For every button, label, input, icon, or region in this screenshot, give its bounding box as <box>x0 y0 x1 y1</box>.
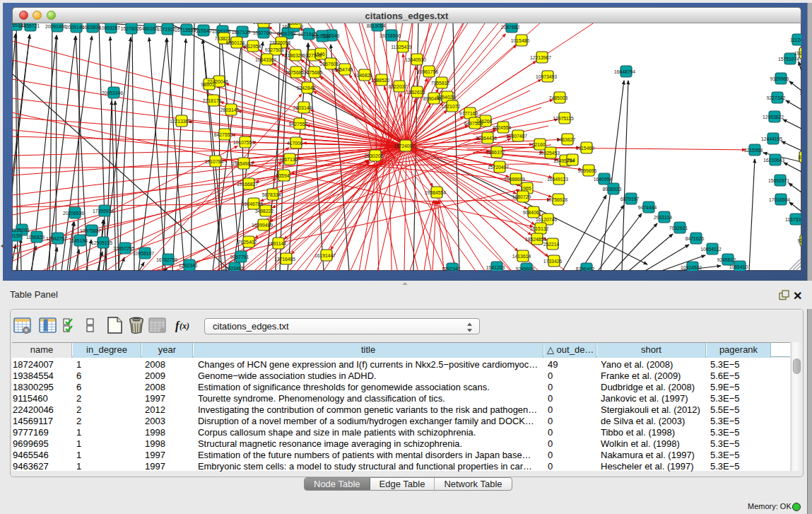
svg-text:18524851: 18524851 <box>525 237 546 242</box>
svg-text:12942757: 12942757 <box>46 236 67 241</box>
svg-text:7625402: 7625402 <box>238 240 257 245</box>
svg-text:6466160: 6466160 <box>139 26 158 31</box>
svg-text:1071911: 1071911 <box>157 27 175 32</box>
svg-text:10756928: 10756928 <box>546 197 567 202</box>
svg-text:1621072: 1621072 <box>442 104 461 109</box>
svg-text:3498222: 3498222 <box>255 209 274 214</box>
svg-text:1362615: 1362615 <box>406 90 425 95</box>
svg-text:16191447: 16191447 <box>314 253 336 258</box>
svg-text:11124: 11124 <box>790 37 801 42</box>
svg-text:17359934: 17359934 <box>93 209 114 214</box>
svg-text:6879197: 6879197 <box>620 197 640 201</box>
svg-text:10654112: 10654112 <box>700 247 722 252</box>
svg-text:12093822: 12093822 <box>763 115 784 119</box>
svg-text:10107553: 10107553 <box>233 140 254 145</box>
svg-text:8813054: 8813054 <box>367 23 386 28</box>
svg-text:12213369: 12213369 <box>170 119 191 124</box>
svg-text:11325419: 11325419 <box>391 45 412 49</box>
svg-text:6794028: 6794028 <box>437 95 456 100</box>
svg-text:9115460: 9115460 <box>576 146 594 151</box>
svg-text:9245612: 9245612 <box>717 257 736 262</box>
svg-text:16120746: 16120746 <box>536 217 557 222</box>
svg-text:10973493: 10973493 <box>536 74 557 79</box>
svg-text:20091406: 20091406 <box>45 24 66 29</box>
svg-text:16961758: 16961758 <box>417 69 438 74</box>
svg-text:1292347: 1292347 <box>442 267 461 271</box>
svg-text:16782759: 16782759 <box>156 257 177 262</box>
svg-text:10543362: 10543362 <box>255 57 276 62</box>
svg-text:10958107: 10958107 <box>133 251 154 256</box>
svg-text:1135061: 1135061 <box>12 228 30 233</box>
svg-text:1156829: 1156829 <box>26 235 45 240</box>
svg-text:9242848: 9242848 <box>297 86 316 90</box>
svg-text:12923465: 12923465 <box>223 266 244 271</box>
svg-text:14055721: 14055721 <box>18 23 40 28</box>
svg-text:16648794: 16648794 <box>614 69 635 74</box>
svg-text:10975887: 10975887 <box>80 228 101 233</box>
svg-text:17957255: 17957255 <box>113 246 134 251</box>
svg-text:3215958: 3215958 <box>744 148 763 153</box>
svg-text:16210643: 16210643 <box>763 158 784 163</box>
svg-text:17016504: 17016504 <box>769 197 790 202</box>
svg-text:8796402: 8796402 <box>576 267 595 271</box>
svg-text:19166827: 19166827 <box>237 182 258 187</box>
svg-text:9245608: 9245608 <box>516 267 535 271</box>
svg-text:1640954: 1640954 <box>594 177 613 182</box>
svg-text:10807487: 10807487 <box>506 134 527 139</box>
svg-text:7632621: 7632621 <box>669 226 688 230</box>
svg-text:15692971: 15692971 <box>768 178 789 183</box>
svg-text:8471626: 8471626 <box>686 236 705 241</box>
svg-text:10688609: 10688609 <box>504 177 525 182</box>
svg-text:8427553: 8427553 <box>214 132 233 137</box>
svg-text:12975115: 12975115 <box>553 116 574 121</box>
svg-text:9699695: 9699695 <box>578 168 597 173</box>
svg-text:23226058: 23226058 <box>269 40 290 45</box>
svg-text:9227342: 9227342 <box>767 95 786 100</box>
svg-text:1615132: 1615132 <box>530 226 549 231</box>
svg-text:1292346: 1292346 <box>179 263 198 268</box>
svg-text:8454749: 8454749 <box>334 67 353 72</box>
svg-text:8322: 8322 <box>798 155 801 160</box>
svg-text:19218506: 19218506 <box>379 33 401 38</box>
svg-text:9474444: 9474444 <box>638 205 657 210</box>
svg-text:92450: 92450 <box>798 238 801 243</box>
svg-text:3675685: 3675685 <box>304 70 323 75</box>
svg-text:20206536: 20206536 <box>63 211 84 216</box>
svg-text:9146821: 9146821 <box>354 73 373 78</box>
svg-text:8938923: 8938923 <box>603 187 622 192</box>
svg-text:13325: 13325 <box>800 90 801 95</box>
svg-text:1546: 1546 <box>314 52 324 57</box>
svg-text:2933114: 2933114 <box>654 215 672 220</box>
svg-text:1167531: 1167531 <box>785 217 801 222</box>
svg-text:10924502: 10924502 <box>681 265 702 270</box>
svg-text:1145194: 1145194 <box>69 238 88 243</box>
svg-text:7955812: 7955812 <box>431 81 450 86</box>
svg-text:1541203: 1541203 <box>486 265 505 270</box>
svg-text:1663804: 1663804 <box>82 25 101 30</box>
svg-text:1413614: 1413614 <box>512 254 531 259</box>
svg-text:98901: 98901 <box>201 82 215 87</box>
svg-text:15751074: 15751074 <box>778 57 799 62</box>
svg-text:16549123: 16549123 <box>547 177 568 182</box>
svg-text:1691144: 1691144 <box>268 241 286 246</box>
svg-text:1880729: 1880729 <box>512 194 531 199</box>
svg-text:62160: 62160 <box>532 142 546 147</box>
svg-text:8427552: 8427552 <box>289 122 308 127</box>
svg-text:9777169: 9777169 <box>459 111 478 116</box>
svg-text:1015328: 1015328 <box>253 23 272 25</box>
svg-text:9327503: 9327503 <box>265 47 284 52</box>
svg-text:53594: 53594 <box>276 173 290 178</box>
svg-text:12505135: 12505135 <box>91 240 112 245</box>
svg-text:417006: 417006 <box>287 141 303 146</box>
svg-text:1052760: 1052760 <box>253 30 272 35</box>
svg-text:9463627: 9463627 <box>557 137 576 142</box>
svg-text:6497568: 6497568 <box>464 121 483 126</box>
svg-text:2718176: 2718176 <box>203 98 222 103</box>
svg-text:7515540: 7515540 <box>193 28 212 33</box>
svg-text:16099489: 16099489 <box>252 223 273 228</box>
svg-text:8186328: 8186328 <box>285 53 304 58</box>
svg-text:3912954: 3912954 <box>242 44 261 49</box>
svg-text:6466103: 6466103 <box>277 31 296 36</box>
svg-text:1733426: 1733426 <box>543 259 563 264</box>
svg-text:3624554: 3624554 <box>493 125 512 130</box>
